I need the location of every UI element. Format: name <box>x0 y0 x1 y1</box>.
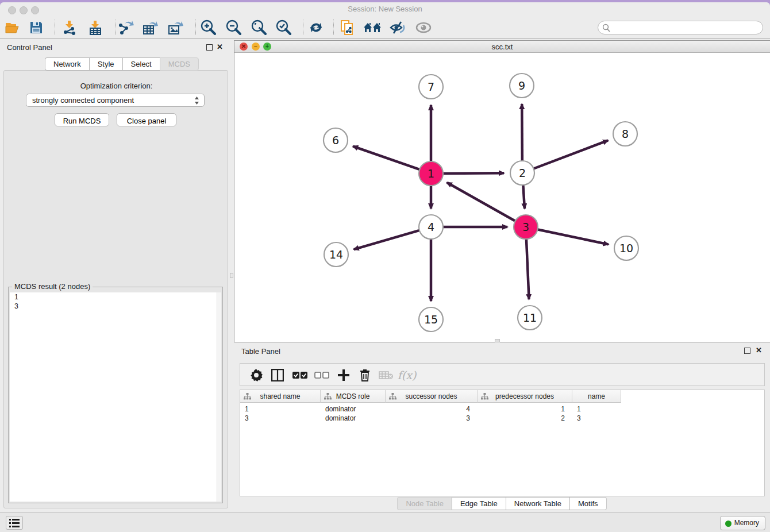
network-canvas[interactable]: 7968124314101511 <box>234 53 770 342</box>
table-close-panel-icon[interactable]: ✕ <box>756 346 762 354</box>
graph-node-2[interactable]: 2 <box>510 161 534 185</box>
delete-table-icon[interactable] <box>377 367 395 384</box>
network-window-title: scc.txt <box>234 43 770 51</box>
attribute-icon <box>389 393 396 400</box>
zoom-in-icon[interactable] <box>198 19 218 36</box>
tab-node-table[interactable]: Node Table <box>397 497 452 510</box>
deselect-all-columns-icon[interactable] <box>313 367 331 384</box>
delete-column-icon[interactable] <box>356 367 374 384</box>
mcds-result-item[interactable]: 3 <box>10 302 221 311</box>
search-icon <box>602 24 610 32</box>
graph-edge-4-14[interactable] <box>354 230 421 249</box>
export-table-icon[interactable] <box>141 19 160 36</box>
optimization-criterion-dropdown[interactable]: strongly connected component <box>26 94 205 107</box>
graph-edge-1-6[interactable] <box>353 147 421 170</box>
tab-network-table[interactable]: Network Table <box>506 497 569 510</box>
run-mcds-button[interactable]: Run MCDS <box>55 113 109 126</box>
homes-icon[interactable] <box>363 19 382 36</box>
export-network-icon[interactable] <box>116 19 136 36</box>
graph-edge-1-2[interactable] <box>442 173 504 174</box>
column-header-mcds-role[interactable]: MCDS role <box>321 390 386 403</box>
vertical-splitter[interactable] <box>229 38 234 512</box>
cell-name[interactable]: 1 <box>572 404 621 414</box>
graph-edge-3-10[interactable] <box>537 229 609 244</box>
function-builder-icon[interactable]: f(x) <box>398 367 416 384</box>
column-label: MCDS role <box>336 392 370 400</box>
zoom-selected-icon[interactable] <box>274 19 293 36</box>
mcds-panel: Optimization criterion: strongly connect… <box>3 70 228 508</box>
show-panels-list-button[interactable] <box>6 516 23 530</box>
zoom-out-icon[interactable] <box>224 19 243 36</box>
graph-node-11[interactable]: 11 <box>518 306 542 330</box>
import-network-icon[interactable] <box>60 19 79 36</box>
cell-predecessor-nodes[interactable]: 1 <box>478 404 572 414</box>
tab-edge-table[interactable]: Edge Table <box>452 497 506 510</box>
hide-graphics-details-icon[interactable] <box>414 19 433 36</box>
node-table: shared name MCDS role successor nodes pr… <box>240 390 765 496</box>
attribute-icon <box>244 393 251 400</box>
graph-node-4[interactable]: 4 <box>419 215 443 239</box>
graph-edge-3-1[interactable] <box>447 183 517 222</box>
select-all-columns-icon[interactable] <box>291 367 309 384</box>
column-header-successor-nodes[interactable]: successor nodes <box>386 390 478 403</box>
memory-button[interactable]: Memory <box>720 516 765 530</box>
svg-text:6: 6 <box>332 134 339 147</box>
graph-edge-2-8[interactable] <box>533 140 608 169</box>
column-header-shared-name[interactable]: shared name <box>240 390 321 403</box>
add-column-icon[interactable] <box>334 367 353 384</box>
graph-node-7[interactable]: 7 <box>419 75 443 99</box>
column-header-name[interactable]: name <box>572 390 621 403</box>
float-panel-icon[interactable] <box>206 44 213 51</box>
graph-node-8[interactable]: 8 <box>613 122 637 146</box>
graph-node-9[interactable]: 9 <box>510 74 534 98</box>
cell-shared-name[interactable]: 3 <box>240 414 321 423</box>
mcds-result-item[interactable]: 1 <box>10 292 221 302</box>
zoom-fit-icon[interactable] <box>249 19 268 36</box>
attribute-icon <box>324 393 332 400</box>
export-image-icon[interactable] <box>166 19 186 36</box>
graph-node-6[interactable]: 6 <box>324 128 348 152</box>
cell-shared-name[interactable]: 1 <box>240 404 321 414</box>
search-input[interactable] <box>613 22 758 33</box>
table-toggle-panel-icon[interactable] <box>268 367 287 384</box>
table-row[interactable]: 3 dominator 3 2 3 <box>240 414 621 423</box>
open-file-icon[interactable] <box>3 19 22 36</box>
table-settings-gear-icon[interactable] <box>247 367 265 384</box>
cell-successor-nodes[interactable]: 3 <box>386 414 478 423</box>
graph-node-15[interactable]: 15 <box>419 307 443 331</box>
tab-network[interactable]: Network <box>45 57 89 71</box>
import-table-icon[interactable] <box>86 19 105 36</box>
table-float-panel-icon[interactable] <box>744 348 750 354</box>
column-label: predecessor nodes <box>495 392 554 400</box>
close-panel-button[interactable]: Close panel <box>117 113 176 126</box>
duplicate-network-icon[interactable] <box>338 19 357 36</box>
cell-mcds-role[interactable]: dominator <box>321 404 386 414</box>
tab-style[interactable]: Style <box>89 57 122 71</box>
control-panel-title: Control Panel <box>7 43 52 52</box>
tab-select[interactable]: Select <box>122 57 160 71</box>
cell-name[interactable]: 3 <box>572 414 621 423</box>
horizontal-splitter-grip[interactable] <box>495 339 500 342</box>
graph-node-1[interactable]: 1 <box>419 161 443 186</box>
close-panel-icon[interactable]: ✕ <box>217 43 223 51</box>
show-graphics-details-icon[interactable] <box>388 19 407 36</box>
cell-mcds-role[interactable]: dominator <box>321 414 386 423</box>
mcds-result-title: MCDS result (2 nodes) <box>12 282 93 291</box>
tab-mcds[interactable]: MCDS <box>160 57 199 71</box>
refresh-icon[interactable] <box>306 19 326 36</box>
graph-node-14[interactable]: 14 <box>324 242 348 267</box>
cell-predecessor-nodes[interactable]: 2 <box>478 414 572 423</box>
mcds-result-groupbox: MCDS result (2 nodes) 1 3 <box>8 287 223 503</box>
graph-edge-2-9[interactable] <box>522 104 522 162</box>
tab-motifs[interactable]: Motifs <box>569 497 607 510</box>
graph-edge-3-11[interactable] <box>526 238 529 299</box>
result-scrollbar[interactable] <box>217 292 221 502</box>
graph-edge-2-3[interactable] <box>523 184 525 209</box>
column-header-predecessor-nodes[interactable]: predecessor nodes <box>478 390 572 403</box>
graph-node-3[interactable]: 3 <box>514 215 538 239</box>
attribute-icon <box>481 393 488 400</box>
table-row[interactable]: 1 dominator 4 1 1 <box>240 404 621 414</box>
cell-successor-nodes[interactable]: 4 <box>386 404 478 414</box>
save-session-icon[interactable] <box>26 19 46 36</box>
graph-node-10[interactable]: 10 <box>614 236 638 260</box>
